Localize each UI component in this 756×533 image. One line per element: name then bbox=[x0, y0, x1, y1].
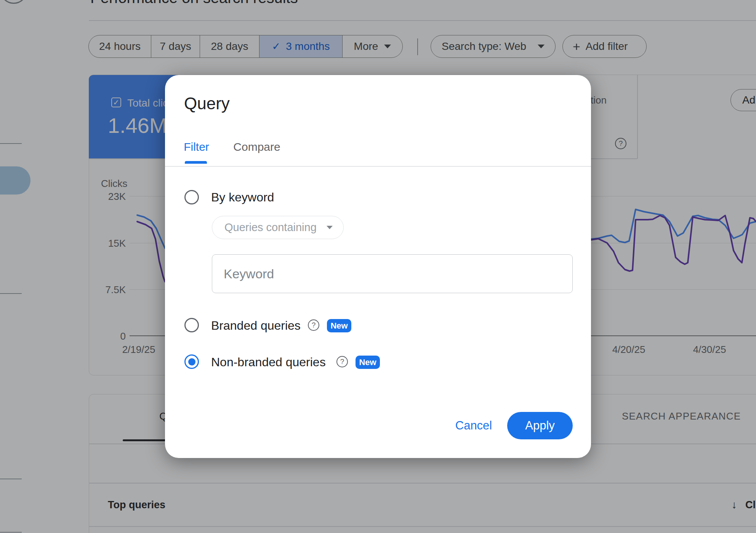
active-tab-underline bbox=[185, 161, 207, 164]
apply-button[interactable]: Apply bbox=[507, 412, 573, 439]
new-badge-label: New bbox=[359, 357, 376, 367]
help-icon[interactable]: ? bbox=[308, 319, 319, 331]
query-filter-dialog: Query Filter Compare By keyword Queries … bbox=[165, 75, 591, 458]
operator-value: Queries containing bbox=[224, 221, 317, 234]
query-operator-dropdown[interactable]: Queries containing bbox=[212, 216, 344, 239]
tab-filter-label: Filter bbox=[184, 140, 209, 153]
radio-by-keyword[interactable] bbox=[184, 190, 199, 204]
new-badge: New bbox=[327, 319, 351, 332]
radio-non-branded-queries[interactable] bbox=[184, 354, 199, 369]
branded-queries-label: Branded queries bbox=[211, 319, 301, 333]
cancel-button[interactable]: Cancel bbox=[451, 419, 497, 432]
non-branded-queries-label: Non-branded queries bbox=[211, 355, 326, 369]
google-search-console-screen: Performance on search results 24 hours 7… bbox=[0, 0, 756, 533]
tab-compare-label: Compare bbox=[233, 140, 280, 153]
by-keyword-label: By keyword bbox=[211, 190, 274, 204]
dialog-tab-compare[interactable]: Compare bbox=[232, 140, 282, 153]
chevron-down-icon bbox=[327, 226, 333, 229]
new-badge: New bbox=[356, 356, 380, 369]
dialog-title: Query bbox=[184, 94, 230, 113]
new-badge-label: New bbox=[330, 321, 348, 331]
keyword-input[interactable] bbox=[212, 254, 573, 293]
help-icon[interactable]: ? bbox=[336, 356, 348, 367]
dialog-tabs-divider bbox=[165, 166, 591, 167]
radio-branded-queries[interactable] bbox=[184, 318, 199, 332]
dialog-tab-filter[interactable]: Filter bbox=[180, 140, 213, 153]
